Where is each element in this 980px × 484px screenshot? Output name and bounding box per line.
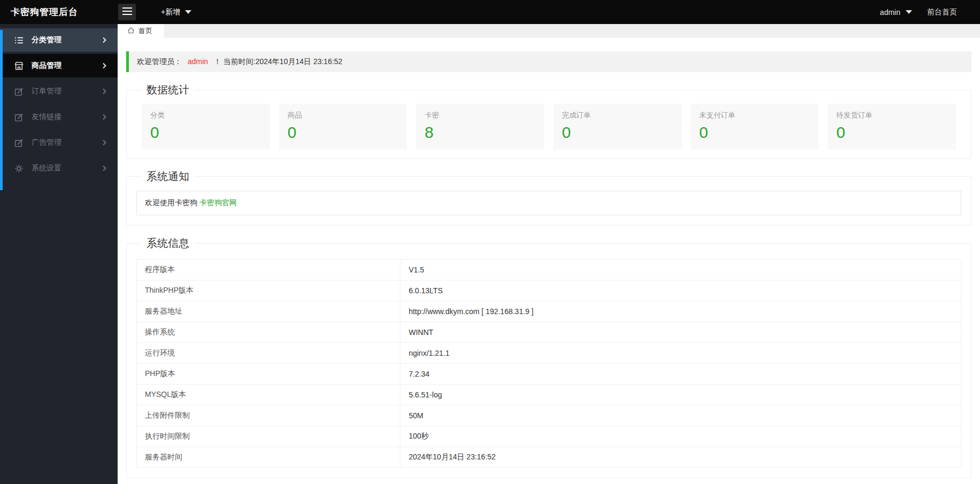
sidebar-item-label: 订单管理: [32, 87, 102, 96]
sysinfo-row: 程序版本 V1.5: [137, 259, 961, 280]
chevron-down-icon: [906, 10, 912, 14]
stat-label: 分类: [150, 111, 261, 120]
stat-value: 0: [699, 124, 811, 141]
chevron-right-icon: [102, 114, 107, 120]
stat-card: 卡密 8: [416, 104, 544, 150]
sysinfo-value: 6.0.13LTS: [400, 280, 961, 301]
sidebar-toggle-button[interactable]: [118, 4, 136, 20]
stat-label: 卡密: [425, 111, 536, 120]
sidebar-item[interactable]: 广告管理: [0, 131, 118, 154]
sysinfo-row: MYSQL版本 5.6.51-log: [137, 384, 961, 405]
sysinfo-section: 系统信息 程序版本 V1.5 ThinkPHP版本 6.0.13LTS: [126, 236, 971, 478]
gear-icon: [14, 164, 24, 173]
stat-value: 0: [562, 124, 673, 141]
stat-label: 商品: [288, 111, 399, 120]
stat-label: 待发货订单: [836, 111, 947, 120]
app-title: 卡密狗管理后台: [0, 6, 118, 18]
stat-card: 完成订单 0: [553, 104, 682, 150]
sysinfo-row: 服务器地址 http://www.dkym.com [ 192.168.31.9…: [137, 301, 961, 322]
sysinfo-label: 服务器地址: [137, 301, 400, 322]
welcome-prefix: 欢迎管理员：: [137, 57, 182, 66]
stat-card: 分类 0: [142, 104, 270, 150]
sidebar-item-label: 分类管理: [32, 35, 102, 45]
topbar-right: admin 前台首页: [880, 7, 980, 17]
sysinfo-label: 执行时间限制: [137, 426, 400, 447]
sysinfo-value: V1.5: [400, 259, 961, 280]
stat-value: 0: [150, 124, 261, 141]
chevron-right-icon: [102, 37, 107, 43]
welcome-time: ！ 当前时间:2024年10月14日 23:16:52: [214, 57, 342, 66]
add-new-label: +新增: [161, 7, 180, 17]
shop-icon: [14, 61, 24, 71]
sysinfo-label: MYSQL版本: [137, 384, 400, 405]
sysinfo-row: PHP版本 7.2.34: [137, 363, 961, 384]
notice-section: 系统通知 欢迎使用卡密狗 卡密狗官网: [126, 169, 971, 225]
sysinfo-label: 上传附件限制: [137, 405, 400, 426]
notice-text: 欢迎使用卡密狗: [145, 198, 199, 207]
tab-home-label: 首页: [138, 26, 152, 36]
sidebar-item[interactable]: 分类管理: [0, 28, 118, 52]
sidebar-item[interactable]: 友情链接: [0, 105, 118, 129]
sysinfo-value: 2024年10月14日 23:16:52: [400, 447, 961, 467]
main-area: 首页 欢迎管理员： admin ！ 当前时间:2024年10月14日 23:16…: [118, 24, 980, 484]
chevron-right-icon: [102, 139, 107, 146]
edit-icon: [14, 87, 24, 96]
page-content: 欢迎管理员： admin ！ 当前时间:2024年10月14日 23:16:52…: [118, 38, 980, 484]
sysinfo-section-title: 系统信息: [141, 236, 195, 251]
sidebar-item[interactable]: 订单管理: [0, 80, 118, 103]
sysinfo-label: PHP版本: [137, 363, 400, 384]
stat-card: 未支付订单 0: [691, 104, 819, 150]
notice-box: 欢迎使用卡密狗 卡密狗官网: [136, 191, 961, 215]
sidebar-item-label: 商品管理: [32, 61, 102, 71]
stats-section-title: 数据统计: [141, 83, 195, 97]
stats-cards: 分类 0 商品 0 卡密 8 完成订单 0: [132, 100, 966, 152]
sysinfo-label: 程序版本: [137, 259, 400, 280]
official-site-link[interactable]: 卡密狗官网: [199, 198, 237, 207]
edit-icon: [14, 113, 24, 122]
notice-section-title: 系统通知: [141, 169, 195, 184]
sidebar: 分类管理 商品管理 订单管理: [0, 24, 118, 484]
chevron-right-icon: [102, 63, 107, 69]
sysinfo-table: 程序版本 V1.5 ThinkPHP版本 6.0.13LTS 服务器地址 htt…: [136, 259, 961, 468]
welcome-username: admin: [188, 57, 208, 66]
sidebar-item-label: 广告管理: [32, 138, 102, 147]
sysinfo-value: nginx/1.21.1: [400, 342, 961, 363]
stat-card: 待发货订单 0: [828, 104, 956, 150]
username-label: admin: [880, 8, 900, 17]
chevron-down-icon: [185, 10, 191, 14]
sysinfo-value: 50M: [400, 405, 961, 426]
tab-home[interactable]: 首页: [118, 24, 164, 38]
welcome-banner: 欢迎管理员： admin ！ 当前时间:2024年10月14日 23:16:52: [126, 51, 971, 72]
sysinfo-row: 上传附件限制 50M: [137, 405, 961, 426]
sidebar-item[interactable]: 系统设置: [0, 157, 118, 180]
tab-bar: 首页: [118, 24, 980, 38]
sysinfo-value: WINNT: [400, 322, 961, 342]
sysinfo-row: 操作系统 WINNT: [137, 322, 961, 342]
chevron-right-icon: [102, 88, 107, 95]
sysinfo-value: 100秒: [400, 426, 961, 447]
frontend-home-link[interactable]: 前台首页: [927, 7, 957, 17]
sysinfo-row: 执行时间限制 100秒: [137, 426, 961, 447]
edit-icon: [14, 138, 24, 147]
sidebar-scroll-indicator: [0, 30, 3, 190]
stat-value: 0: [288, 124, 399, 141]
add-new-dropdown[interactable]: +新增: [161, 7, 191, 17]
sidebar-item-label: 系统设置: [32, 163, 102, 173]
topbar: 卡密狗管理后台 +新增 admin 前台首页: [0, 0, 980, 24]
sidebar-item[interactable]: 商品管理: [0, 54, 118, 77]
sysinfo-value: 7.2.34: [400, 363, 961, 384]
sysinfo-row: 服务器时间 2024年10月14日 23:16:52: [137, 447, 961, 467]
sysinfo-label: 运行环境: [137, 342, 400, 363]
chevron-right-icon: [102, 165, 107, 171]
list-icon: [14, 36, 24, 45]
stat-card: 商品 0: [279, 104, 407, 150]
sysinfo-value: http://www.dkym.com [ 192.168.31.9 ]: [400, 301, 961, 322]
sysinfo-row: 运行环境 nginx/1.21.1: [137, 342, 961, 363]
stats-section: 数据统计 分类 0 商品 0 卡密 8: [126, 83, 971, 159]
stat-label: 完成订单: [562, 111, 673, 120]
stat-value: 8: [425, 124, 536, 141]
user-dropdown[interactable]: admin: [880, 8, 912, 17]
hamburger-icon: [122, 7, 132, 17]
home-icon: [127, 27, 135, 36]
stat-label: 未支付订单: [699, 111, 811, 120]
